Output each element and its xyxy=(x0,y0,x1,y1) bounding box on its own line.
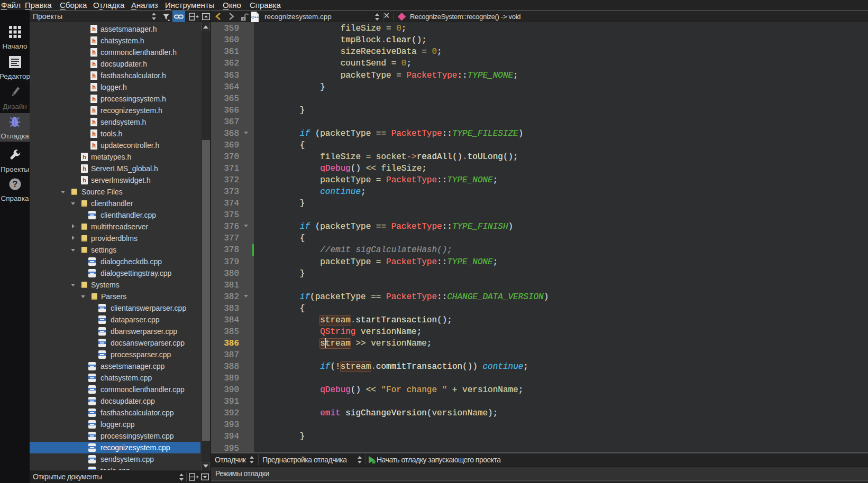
svg-text:C++: C++ xyxy=(251,15,259,20)
svg-text:?: ? xyxy=(13,180,18,189)
